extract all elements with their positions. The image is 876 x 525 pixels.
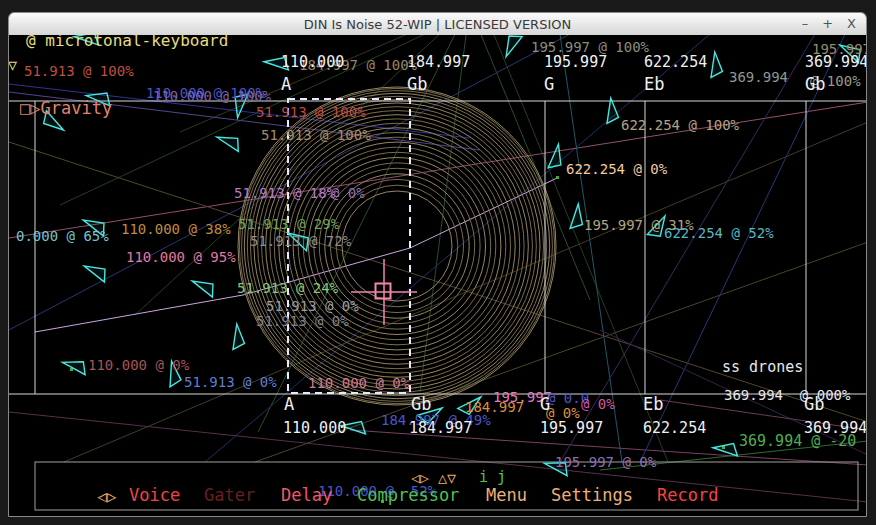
- drone-arrow-icon[interactable]: [501, 35, 522, 59]
- menu-delay[interactable]: Delay: [281, 487, 332, 504]
- drone-label: 110.000 @ 0%: [88, 358, 189, 372]
- drone-arrow-icon[interactable]: [231, 324, 245, 350]
- drone-label: 51.913 @ 100%: [24, 64, 134, 78]
- freq-label: 195.997: [540, 421, 603, 436]
- note-label[interactable]: Gb: [411, 396, 431, 413]
- drone-label: 51.913 @ 24%: [237, 281, 338, 295]
- drones-panel-label: ss drones: [722, 360, 803, 375]
- menu-hint-keys: i j: [479, 470, 506, 485]
- crosshair-cursor[interactable]: [376, 284, 391, 299]
- close-button[interactable]: X: [847, 13, 856, 35]
- menu-voice[interactable]: Voice: [129, 487, 180, 504]
- drone-label: 622.254 @ 0%: [566, 162, 667, 176]
- drone-label: @ 0%: [581, 397, 615, 411]
- note-label[interactable]: G: [544, 76, 554, 93]
- menu-gater[interactable]: Gater: [204, 487, 255, 504]
- note-label[interactable]: Eb: [643, 396, 663, 413]
- drone-label: 51.913 @ 0%: [184, 375, 277, 389]
- drone-label: 0.000 @ 65%: [16, 229, 109, 243]
- drone-label: 51.913 @ 100%: [261, 128, 371, 142]
- drone-label: 622.254 @ 52%: [664, 226, 774, 240]
- drone-label: 195.997 @ 0%: [555, 455, 656, 469]
- drone-arrow-icon[interactable]: [548, 143, 564, 170]
- note-label[interactable]: Eb: [644, 76, 664, 93]
- drone-dot: [556, 176, 559, 179]
- decor-layer: [9, 35, 866, 516]
- din-canvas[interactable]: @ microtonal-keyboard▽□▷Gravity51.913 @ …: [9, 35, 866, 516]
- menu-nav-arrows[interactable]: ◁▷: [97, 489, 116, 505]
- gravity-button[interactable]: □▷Gravity: [20, 100, 112, 117]
- drone-label: 110.000 @ 100%: [153, 89, 271, 103]
- freq-label: 110.000: [281, 55, 344, 70]
- note-label[interactable]: A: [281, 76, 291, 93]
- fan-line: [9, 142, 866, 422]
- drone-label: 195.997 @ 100%: [531, 40, 649, 54]
- microtonal-keyboard-title[interactable]: @ microtonal-keyboard: [26, 35, 228, 49]
- menu-settings[interactable]: Settings: [551, 487, 633, 504]
- drone-arrow-icon[interactable]: [570, 204, 584, 230]
- menu-record[interactable]: Record: [657, 487, 718, 504]
- drone-label: @ 0%: [331, 186, 365, 200]
- spiral-ring: [342, 191, 452, 301]
- drone-label: 369.994: [729, 70, 788, 84]
- drone-label: 51.913 @ 72%: [250, 234, 351, 248]
- freq-label: 195.997: [544, 55, 607, 70]
- drone-label: 110.000 @ 0%: [308, 376, 409, 390]
- freq-label: 622.254: [643, 421, 706, 436]
- note-label[interactable]: G: [540, 396, 550, 413]
- freq-label: 622.254: [644, 55, 707, 70]
- drone-label: 51.913 @ 29%: [238, 217, 339, 231]
- menu-hint-arrows: ◁▷ △▽: [411, 471, 456, 486]
- freq-label: 184.997: [407, 55, 470, 70]
- menu-menu[interactable]: Menu: [486, 487, 527, 504]
- freq-label: 184.997: [409, 421, 472, 436]
- note-label[interactable]: Gb: [804, 396, 824, 413]
- freq-label: 110.000: [283, 421, 346, 436]
- drone-arrow-icon[interactable]: [61, 357, 88, 375]
- freq-label: 369.994: [804, 421, 866, 436]
- drone-label: 110.000 @ 38%: [121, 222, 231, 236]
- app-window: DIN Is Noise 52-WIP | LICENSED VERSION –…: [8, 12, 867, 517]
- drone-label: @ 0%: [546, 406, 580, 420]
- maximize-button[interactable]: +: [822, 13, 833, 35]
- drone-arrow-icon[interactable]: [215, 132, 243, 152]
- drone-label: 110.000 @ 95%: [126, 250, 236, 264]
- spiral-ring: [336, 185, 458, 307]
- minimize-button[interactable]: –: [802, 13, 809, 35]
- menu-compressor[interactable]: Compressor: [357, 487, 459, 504]
- drone-arrow-icon[interactable]: [190, 276, 218, 297]
- drone-label: 51.913 @ 100%: [256, 105, 366, 119]
- drone-label: 51.913 @ 0%: [256, 314, 349, 328]
- drone-label: 622.254 @ 100%: [621, 118, 739, 132]
- drone-arrow-icon[interactable]: [713, 442, 739, 456]
- octave-marker-triangle[interactable]: ▽: [9, 58, 17, 73]
- window-title: DIN Is Noise 52-WIP | LICENSED VERSION: [304, 17, 571, 32]
- freq-label: 369.994: [805, 55, 866, 70]
- note-label[interactable]: Gb: [407, 76, 427, 93]
- note-label[interactable]: A: [284, 396, 294, 413]
- drone-label: 51.913 @ 18%: [234, 186, 335, 200]
- note-label[interactable]: Gb: [805, 76, 825, 93]
- title-bar[interactable]: DIN Is Noise 52-WIP | LICENSED VERSION –…: [9, 13, 866, 36]
- drone-label: 369.994 @ 000%: [724, 388, 850, 402]
- drone-arrow-icon[interactable]: [709, 52, 723, 78]
- drone-label: 51.913 @ 0%: [266, 299, 359, 313]
